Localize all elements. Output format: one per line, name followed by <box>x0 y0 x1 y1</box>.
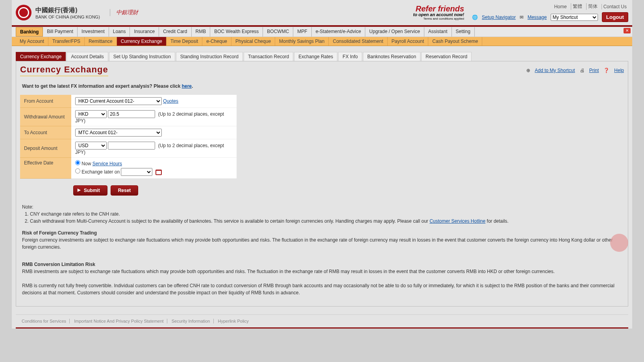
to-account-select[interactable]: MTC Account 012- <box>75 129 162 137</box>
calendar-icon[interactable] <box>155 170 162 175</box>
risk-fx-body: Foreign currency investments are subject… <box>22 236 622 251</box>
subnav-time-deposit[interactable]: Time Deposit <box>167 37 202 46</box>
nav-wealth-express[interactable]: BOC Wealth Express <box>210 27 263 37</box>
footer-hyperlink[interactable]: Hyperlink Policy <box>215 319 252 323</box>
tab-standing-record[interactable]: Standing Instruction Record <box>176 52 243 61</box>
submit-button[interactable]: Submit <box>73 185 107 196</box>
subnav-consolidated-statement[interactable]: Consolidated Statement <box>329 37 387 46</box>
withdraw-amount-input[interactable] <box>108 110 155 118</box>
subnav-savings-plan[interactable]: Monthly Savings Plan <box>275 37 329 46</box>
shortcut-icon: ⊕ <box>526 68 530 73</box>
subnav-echeque[interactable]: e-Cheque <box>202 37 231 46</box>
nav-rmb[interactable]: RMB <box>192 27 211 37</box>
top-header: 中國銀行(香港) BANK OF CHINA (HONG KONG) 中銀理財 … <box>12 0 632 27</box>
risk-rmb-body2: RMB is currently not fully freely conver… <box>22 282 622 296</box>
logout-button[interactable]: Logout <box>602 12 628 22</box>
subnav-payroll[interactable]: Payroll Account <box>388 37 429 46</box>
lang-trad-link[interactable]: 繁體 <box>571 3 584 10</box>
nav-upgrade[interactable]: Upgrade / Open Service <box>365 27 424 37</box>
promo-subtitle: to open an account now! <box>413 12 464 17</box>
footer-conditions[interactable]: Conditions for Services <box>22 319 70 323</box>
tab-setup-standing[interactable]: Set Up Standing Instruction <box>109 52 175 61</box>
deposit-amount-input[interactable] <box>108 142 155 150</box>
envelope-icon: ✉ <box>520 15 524 20</box>
promo-banner[interactable]: Refer friends to open an account now! Te… <box>413 5 464 20</box>
nav-assistant[interactable]: Assistant <box>424 27 452 37</box>
subnav-cash-payout[interactable]: Cash Payout Scheme <box>428 37 482 46</box>
promo-title: Refer friends <box>413 5 464 12</box>
bank-name-chinese: 中國銀行(香港) <box>35 6 100 15</box>
effective-now-radio[interactable] <box>75 160 80 165</box>
promo-terms: Terms and conditions applied <box>413 17 464 20</box>
nav-estatement[interactable]: e-Statement/e-Advice <box>312 27 365 37</box>
subnav-transfer[interactable]: Transfer/FPS <box>48 37 85 46</box>
tab-reservation-record[interactable]: Reservation Record <box>421 52 472 61</box>
fx-info-here-link[interactable]: here <box>182 83 192 89</box>
notes-heading: Note: <box>22 203 622 211</box>
intro-text: Want to get the latest FX information an… <box>16 79 628 93</box>
customer-service-hotline-link[interactable]: Customer Services Hotline <box>429 218 485 224</box>
tab-currency-exchange[interactable]: Currency Exchange <box>16 52 66 61</box>
note-item-1: CNY exchange rate refers to the CNH rate… <box>30 211 622 218</box>
help-link[interactable]: Help <box>614 68 624 73</box>
nav-mpf[interactable]: MPF <box>293 27 311 37</box>
effective-later-radio[interactable] <box>75 168 80 174</box>
intro-prefix: Want to get the latest FX information an… <box>22 83 182 89</box>
footer-security[interactable]: Security Information <box>168 319 214 323</box>
sub-nav: My Account Transfer/FPS Remittance Curre… <box>12 37 632 46</box>
subnav-currency-exchange[interactable]: Currency Exchange <box>117 37 167 46</box>
content-tabs: Currency Exchange Account Details Set Up… <box>12 46 632 61</box>
risk-rmb-body: RMB investments are subject to exchange … <box>22 268 622 275</box>
nav-bill-payment[interactable]: Bill Payment <box>43 27 78 37</box>
note-item-2: Cash withdrawal from Multi-Currency Acco… <box>30 218 622 225</box>
notes-section: Note: CNY exchange rate refers to the CN… <box>16 196 628 300</box>
tab-fx-info[interactable]: FX Info <box>338 52 362 61</box>
contact-us-link[interactable]: Contact Us <box>601 4 628 9</box>
later-label: Exchange later on <box>81 169 120 175</box>
footer-links: Conditions for Services Important Notice… <box>16 314 628 329</box>
content-box: Currency Exchange ⊕ Add to My Shortcut 🖨… <box>16 61 628 307</box>
nav-bocwmc[interactable]: BOCWMC <box>263 27 293 37</box>
main-nav: Banking Bill Payment Investment Loans In… <box>12 27 632 37</box>
globe-icon: 🌐 <box>472 15 478 20</box>
now-label: Now <box>81 161 91 166</box>
tab-exchange-rates[interactable]: Exchange Rates <box>294 52 337 61</box>
tab-banknotes-reservation[interactable]: Banknotes Reservation <box>363 52 420 61</box>
message-link[interactable]: Message <box>527 15 547 20</box>
lang-simp-link[interactable]: 简体 <box>586 3 599 10</box>
nav-banking[interactable]: Banking <box>16 27 43 37</box>
home-link[interactable]: Home <box>553 4 568 9</box>
setup-navigator-link[interactable]: Setup Navigator <box>482 15 516 20</box>
shortcut-select[interactable]: My Shortcut <box>551 14 598 21</box>
subnav-physical-cheque[interactable]: Physical Cheque <box>231 37 275 46</box>
bank-logo-icon <box>16 5 31 20</box>
add-shortcut-link[interactable]: Add to My Shortcut <box>535 68 575 73</box>
subnav-remittance[interactable]: Remittance <box>85 37 117 46</box>
nav-credit-card[interactable]: Credit Card <box>159 27 191 37</box>
later-date-select[interactable] <box>121 168 152 176</box>
top-meta-links: Home 繁體 简体 Contact Us <box>553 3 628 10</box>
tab-transaction-record[interactable]: Transaction Record <box>244 52 293 61</box>
tab-account-details[interactable]: Account Details <box>67 52 108 61</box>
reset-button[interactable]: Reset <box>111 185 139 196</box>
withdrawal-amount-label: Withdrawal Amount <box>20 108 71 126</box>
close-icon[interactable]: ✕ <box>624 28 631 33</box>
withdraw-ccy-select[interactable]: HKD <box>75 110 107 118</box>
nav-investment[interactable]: Investment <box>78 27 109 37</box>
service-hours-link[interactable]: Service Hours <box>93 161 122 166</box>
page-actions: ⊕ Add to My Shortcut 🖨 Print ❓ Help <box>526 68 624 73</box>
nav-insurance[interactable]: Insurance <box>130 27 159 37</box>
from-account-label: From Account <box>20 95 71 108</box>
nav-loans[interactable]: Loans <box>109 27 130 37</box>
subnav-my-account[interactable]: My Account <box>16 37 48 46</box>
footer-privacy[interactable]: Important Notice And Privacy Policy Stat… <box>71 319 167 323</box>
quotes-link[interactable]: Quotes <box>163 98 178 104</box>
print-link[interactable]: Print <box>589 68 599 73</box>
print-icon: 🖨 <box>580 68 585 73</box>
from-account-select[interactable]: HKD Current Account 012- <box>75 97 162 105</box>
nav-setting[interactable]: Setting <box>452 27 475 37</box>
deposit-amount-label: Deposit Amount <box>20 139 71 158</box>
exchange-form: From Account HKD Current Account 012- Qu… <box>20 95 237 179</box>
deposit-ccy-select[interactable]: USD <box>75 142 107 150</box>
online-chat-icon[interactable] <box>610 234 628 252</box>
